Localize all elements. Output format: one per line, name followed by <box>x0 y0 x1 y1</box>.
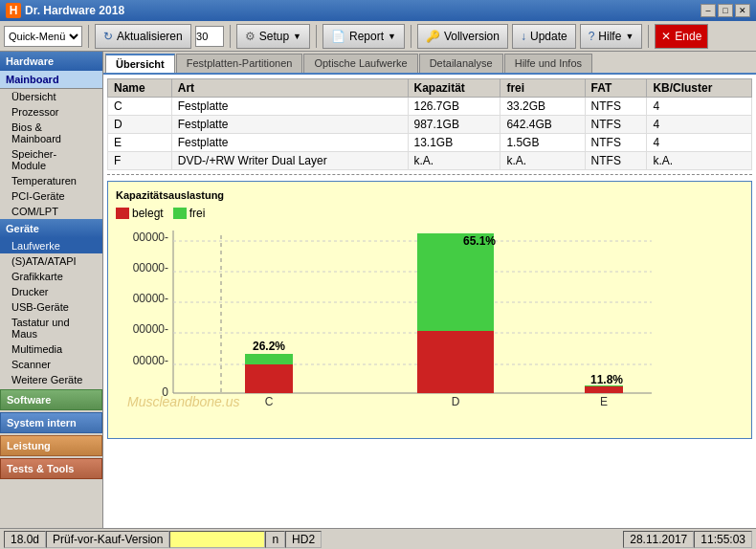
col-frei: frei <box>500 79 585 98</box>
svg-text:00000-: 00000- <box>133 261 168 274</box>
bar-d-used <box>417 331 494 393</box>
table-cell: C <box>108 98 172 116</box>
close-btn[interactable]: ✕ <box>735 4 750 17</box>
sidebar-leistung-btn[interactable]: Leistung <box>0 435 102 456</box>
content-panel: Name Art Kapazität frei FAT KB/Cluster C… <box>103 75 756 528</box>
window-controls: – □ ✕ <box>700 4 750 17</box>
status-version: 18.0d <box>4 531 46 548</box>
sep4 <box>411 25 411 48</box>
main-layout: Hardware Mainboard Übersicht Prozessor B… <box>0 52 756 528</box>
status-n-label: n <box>265 531 285 548</box>
table-cell: k.A. <box>500 152 585 170</box>
table-cell: 33.2GB <box>500 98 585 116</box>
svg-text:00000-: 00000- <box>133 354 168 367</box>
bar-d-x-label: D <box>452 395 460 408</box>
legend-frei-color <box>173 208 187 219</box>
app-title: Dr. Hardware 2018 <box>25 4 124 17</box>
tab-festplatten[interactable]: Festplatten-Partitionen <box>176 54 303 73</box>
status-bar: 18.0d Prüf-vor-Kauf-Version n HD2 28.11.… <box>0 528 756 549</box>
maximize-btn[interactable]: □ <box>718 4 733 17</box>
tab-ubersicht[interactable]: Übersicht <box>105 54 175 73</box>
col-fat: FAT <box>585 79 647 98</box>
update2-button[interactable]: ↓ Update <box>512 24 576 49</box>
tab-detailanalyse[interactable]: Detailanalyse <box>419 54 503 73</box>
table-cell: NTFS <box>585 152 647 170</box>
drives-table: Name Art Kapazität frei FAT KB/Cluster C… <box>107 78 752 170</box>
minimize-btn[interactable]: – <box>700 4 716 17</box>
table-cell: 642.4GB <box>500 116 585 134</box>
status-date: 28.11.2017 <box>623 531 694 548</box>
legend-belegt: belegt <box>116 207 164 220</box>
sidebar-item-grafikkarte[interactable]: Grafikkarte <box>0 269 102 284</box>
sidebar-item-scanner[interactable]: Scanner <box>0 357 102 372</box>
chart-section: Kapazitätsauslastung belegt frei <box>107 181 752 439</box>
tab-bar: Übersicht Festplatten-Partitionen Optisc… <box>103 52 756 75</box>
chart-legend: belegt frei <box>116 207 744 220</box>
bar-c-pct-label: 26.2% <box>253 340 285 353</box>
table-cell: Festplatte <box>171 116 408 134</box>
bar-c-x-label: C <box>265 395 274 408</box>
status-drive: HD2 <box>285 531 322 548</box>
sidebar: Hardware Mainboard Übersicht Prozessor B… <box>0 52 103 528</box>
interval-input[interactable] <box>195 26 224 47</box>
sidebar-tests-tools-btn[interactable]: Tests & Tools <box>0 458 102 479</box>
col-art: Art <box>171 79 408 98</box>
ende-button[interactable]: ✕ Ende <box>655 24 708 49</box>
table-row: DFestplatte987.1GB642.4GBNTFS4 <box>108 116 752 134</box>
sidebar-system-intern-btn[interactable]: System intern <box>0 412 102 433</box>
col-kb-cluster: KB/Cluster <box>647 79 752 98</box>
setup-button[interactable]: ⚙ Setup ▼ <box>236 24 310 49</box>
sidebar-item-prozessor[interactable]: Prozessor <box>0 104 102 120</box>
report-button[interactable]: 📄 Report ▼ <box>322 24 405 49</box>
sidebar-mainboard-header[interactable]: Mainboard <box>0 71 102 89</box>
table-cell: 987.1GB <box>408 116 500 134</box>
sidebar-hardware-header[interactable]: Hardware <box>0 52 102 71</box>
svg-text:00000-: 00000- <box>133 231 168 244</box>
hilfe-button[interactable]: ? Hilfe ▼ <box>580 24 643 49</box>
sidebar-item-bios[interactable]: Bios & Mainboard <box>0 120 102 146</box>
update-button[interactable]: ↻ Aktualisieren <box>95 24 191 49</box>
svg-text:00000-: 00000- <box>133 292 168 305</box>
quick-menu-dropdown[interactable]: Quick-Menü <box>4 26 82 47</box>
svg-text:00000-: 00000- <box>133 322 168 336</box>
status-time: 11:55:03 <box>694 531 752 548</box>
sidebar-item-weitere[interactable]: Weitere Geräte <box>0 372 102 387</box>
sidebar-item-laufwerke[interactable]: Laufwerke <box>0 238 102 253</box>
quick-menu-select[interactable]: Quick-Menü <box>4 26 82 47</box>
sidebar-item-speicher[interactable]: Speicher-Module <box>0 146 102 173</box>
vollversion-button[interactable]: 🔑 Vollversion <box>417 24 508 49</box>
tab-hilfe[interactable]: Hilfe und Infos <box>504 54 592 73</box>
svg-text:0: 0 <box>162 385 168 399</box>
toolbar: Quick-Menü ↻ Aktualisieren ⚙ Setup ▼ 📄 R… <box>0 21 756 52</box>
status-license: Prüf-vor-Kauf-Version <box>46 531 169 548</box>
sidebar-software-btn[interactable]: Software <box>0 389 102 410</box>
table-cell: k.A. <box>647 152 752 170</box>
table-row: EFestplatte13.1GB1.5GBNTFS4 <box>108 134 752 152</box>
sidebar-item-sata[interactable]: (S)ATA/ATAPI <box>0 253 102 269</box>
sidebar-item-temperaturen[interactable]: Temperaturen <box>0 173 102 188</box>
col-name: Name <box>108 79 172 98</box>
sidebar-item-usb[interactable]: USB-Geräte <box>0 299 102 315</box>
status-drive-indicator <box>169 531 265 548</box>
sidebar-item-tastatur[interactable]: Tastatur und Maus <box>0 315 102 341</box>
tab-optische[interactable]: Optische Laufwerke <box>303 54 417 73</box>
sidebar-item-drucker[interactable]: Drucker <box>0 284 102 299</box>
bar-d-pct-label: 65.1% <box>463 234 496 248</box>
table-cell: 4 <box>647 98 752 116</box>
table-cell: E <box>108 134 172 152</box>
chart-title: Kapazitätsauslastung <box>116 189 744 201</box>
table-cell: DVD-/+RW Writer Dual Layer <box>171 152 408 170</box>
table-cell: 1.5GB <box>500 134 585 152</box>
sidebar-item-ubersicht[interactable]: Übersicht <box>0 89 102 104</box>
sep3 <box>316 25 317 48</box>
legend-frei: frei <box>173 207 206 220</box>
capacity-chart: 0 00000- 00000- 00000- 00000- 00000- <box>116 226 671 417</box>
table-cell: k.A. <box>408 152 500 170</box>
sidebar-geraete-header[interactable]: Geräte <box>0 219 102 238</box>
bar-c-used <box>245 364 293 393</box>
sidebar-item-comlpt[interactable]: COM/LPT <box>0 204 102 219</box>
sidebar-item-pci[interactable]: PCI-Geräte <box>0 188 102 204</box>
title-bar-left: H Dr. Hardware 2018 <box>6 3 124 18</box>
sidebar-item-multimedia[interactable]: Multimedia <box>0 341 102 357</box>
bar-d-free <box>417 233 494 331</box>
